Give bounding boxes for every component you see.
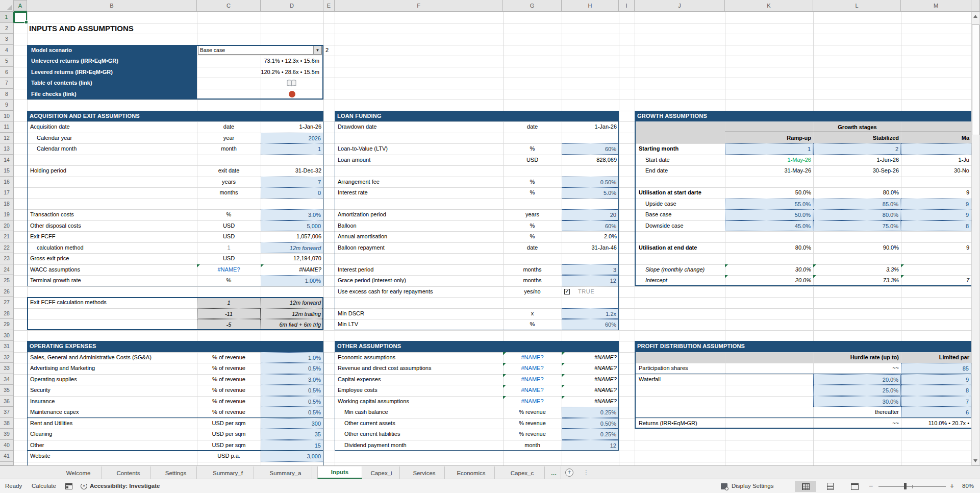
scenario-dropdown[interactable]: Base case▼	[198, 45, 322, 55]
row-header-12[interactable]: 12	[0, 133, 14, 144]
loan-row-15-value-cell[interactable]: ✓TRUE	[562, 286, 619, 298]
sheet-tab-summary_f[interactable]: Summary_f	[202, 466, 254, 479]
profit-row-1-lp[interactable]: 9	[901, 374, 971, 385]
acquisition-row-8-value[interactable]: 3.0%	[261, 209, 323, 220]
acquisition-row-6-value[interactable]: 0	[261, 187, 323, 199]
profit-row-4-hurdle[interactable]: thereafter	[813, 407, 901, 418]
growth-row-2-value-2[interactable]: 30-No	[901, 165, 971, 177]
growth-row-6-value-2[interactable]: 9	[901, 209, 971, 220]
growth-row-4-value-2[interactable]: 9	[901, 187, 971, 199]
growth-row-12-value-2[interactable]: 7	[901, 275, 971, 286]
row-header-26[interactable]: 26	[0, 286, 14, 298]
loan-row-11-value[interactable]: 31-Jan-46	[562, 242, 619, 254]
view-page-break-button[interactable]	[844, 481, 865, 492]
growth-row-7-value-0[interactable]: 45.0%	[725, 220, 813, 232]
other-row-1-value[interactable]: #NAME?	[562, 363, 619, 374]
row-header-5[interactable]: 5	[0, 56, 14, 67]
acquisition-row-12-value[interactable]: 12,194,070	[261, 253, 323, 264]
growth-row-11-value-2[interactable]	[901, 264, 971, 276]
opex-row-2-value[interactable]: 3.0%	[261, 374, 323, 385]
toc-book-icon[interactable]	[287, 80, 297, 87]
row-header-27[interactable]: 27	[0, 297, 14, 308]
opex-row-4-value[interactable]: 0.5%	[261, 396, 323, 407]
growth-row-1-value-0[interactable]: 1-May-26	[725, 155, 813, 166]
file-checks-indicator-icon[interactable]	[289, 91, 295, 97]
row-header-1[interactable]: 1	[0, 12, 14, 23]
status-accessibility[interactable]: Accessibility: Investigate	[90, 479, 160, 493]
zoom-slider-thumb[interactable]	[904, 483, 907, 489]
column-header-C[interactable]: C	[197, 0, 261, 12]
vertical-scrollbar-thumb[interactable]	[972, 24, 979, 135]
opex-row-7-value[interactable]: 35	[261, 429, 323, 440]
row-header-35[interactable]: 35	[0, 385, 14, 396]
profit-row-5-hurdle[interactable]: ~~	[813, 418, 901, 429]
growth-row-7-value-2[interactable]: 8	[901, 220, 971, 232]
methods-row-0-num[interactable]: 1	[197, 297, 261, 308]
methods-row-2-method[interactable]: 6m fwd + 6m trlg	[261, 319, 323, 330]
status-display-settings[interactable]: Display Settings	[732, 479, 773, 493]
tab-scroll-splitter[interactable]: ⋮	[583, 468, 589, 477]
row-header-32[interactable]: 32	[0, 352, 14, 363]
row-header-23[interactable]: 23	[0, 253, 14, 264]
growth-row-2-value-0[interactable]: 31-May-26	[725, 165, 813, 177]
loan-row-2-value[interactable]: 60%	[562, 143, 619, 155]
row-header-4[interactable]: 4	[0, 45, 14, 56]
growth-row-9-value-2[interactable]: 9	[901, 242, 971, 254]
row-header-31[interactable]: 31	[0, 341, 14, 352]
add-sheet-button[interactable]: +	[565, 469, 573, 477]
other-row-4-value[interactable]: #NAME?	[562, 396, 619, 407]
loan-row-18-value[interactable]: 60%	[562, 319, 619, 330]
profit-row-0-lp[interactable]: 85	[901, 363, 971, 374]
acquisition-row-4-value[interactable]: 31-Dec-32	[261, 165, 323, 177]
sheet-tabs-overflow[interactable]: …	[547, 466, 561, 479]
acquisition-row-11-value[interactable]: 12m forward	[261, 242, 323, 254]
dropdown-arrow-icon[interactable]: ▼	[313, 46, 321, 54]
profit-row-3-hurdle[interactable]: 30.0%	[813, 396, 901, 407]
row-header-25[interactable]: 25	[0, 275, 14, 286]
loan-row-0-value[interactable]: 1-Jan-26	[562, 121, 619, 133]
row-header-11[interactable]: 11	[0, 121, 14, 133]
sheet-tab-welcome[interactable]: Welcome	[55, 466, 102, 479]
zoom-level-label[interactable]: 80%	[962, 479, 974, 493]
row-header-22[interactable]: 22	[0, 242, 14, 254]
growth-row-9-value-1[interactable]: 90.0%	[813, 242, 901, 254]
active-cell-a1[interactable]	[14, 12, 27, 23]
loan-row-3-value[interactable]: 828,069	[562, 155, 619, 166]
growth-row-4-value-0[interactable]: 50.0%	[725, 187, 813, 199]
loan-row-5-value[interactable]: 0.50%	[562, 177, 619, 188]
profit-row-4-lp[interactable]: 6	[901, 407, 971, 418]
row-header-36[interactable]: 36	[0, 396, 14, 407]
column-header-L[interactable]: L	[813, 0, 901, 12]
sheet-tab-summary_a[interactable]: Summary_a	[259, 466, 312, 479]
sheet-tab-services[interactable]: Services	[404, 466, 445, 479]
row-header-15[interactable]: 15	[0, 165, 14, 177]
acquisition-row-2-value[interactable]: 1	[261, 143, 323, 155]
other-row-5-value[interactable]: 0.25%	[562, 407, 619, 418]
loan-row-14-value[interactable]: 12	[562, 275, 619, 286]
acquisition-row-5-value[interactable]: 7	[261, 177, 323, 188]
row-header-9[interactable]: 9	[0, 100, 14, 111]
row-header-29[interactable]: 29	[0, 319, 14, 330]
row-header-3[interactable]: 3	[0, 34, 14, 45]
column-header-A[interactable]: A	[14, 0, 27, 12]
growth-row-11-value-1[interactable]: 3.3%	[813, 264, 901, 276]
loan-row-6-value[interactable]: 5.0%	[562, 187, 619, 199]
other-row-6-value[interactable]: 0.50%	[562, 418, 619, 429]
methods-row-1-method[interactable]: 12m trailing	[261, 308, 323, 319]
display-settings-icon[interactable]	[721, 483, 727, 489]
scroll-up-icon[interactable]	[973, 15, 977, 18]
column-header-I[interactable]: I	[619, 0, 635, 12]
loan-row-10-value[interactable]: 2.0%	[562, 231, 619, 242]
profit-row-0-hurdle[interactable]: ~~	[813, 363, 901, 374]
zoom-in-button[interactable]: +	[950, 479, 954, 493]
growth-row-12-value-1[interactable]: 73.3%	[813, 275, 901, 286]
acquisition-row-0-value[interactable]: 1-Jan-26	[261, 121, 323, 133]
column-header-M[interactable]: M	[901, 0, 971, 12]
growth-row-9-value-0[interactable]: 80.0%	[725, 242, 813, 254]
zoom-out-button[interactable]: −	[869, 479, 873, 493]
row-header-38[interactable]: 38	[0, 418, 14, 429]
row-header-34[interactable]: 34	[0, 374, 14, 385]
row-header-21[interactable]: 21	[0, 231, 14, 242]
other-row-8-value[interactable]: 12	[562, 440, 619, 451]
opex-row-0-value[interactable]: 1.0%	[261, 352, 323, 363]
